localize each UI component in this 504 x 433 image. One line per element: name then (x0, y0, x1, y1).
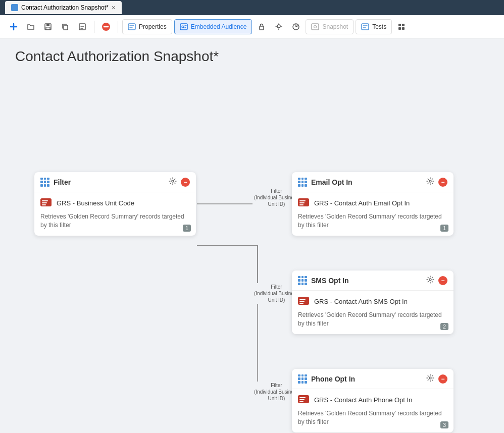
filter-card-header: Filter − (34, 172, 196, 192)
snapshot-label: Snapshot (322, 23, 348, 30)
filter-card: Filter − GRS - Business Unit Code Retrie… (34, 172, 196, 236)
save-button[interactable] (40, 19, 56, 34)
page: Contact Authorization Snapshot* (0, 38, 504, 433)
tab-close-button[interactable]: × (112, 4, 116, 11)
email-card-title: Email Opt In (311, 178, 422, 186)
grid-view-button[interactable] (394, 19, 409, 34)
sms-card-settings-icon[interactable] (426, 276, 434, 285)
sms-card-desc: Retrieves 'Golden Record Summary' record… (298, 311, 447, 328)
lock-button[interactable] (254, 19, 269, 34)
embedded-audience-label: Embedded Audience (191, 23, 247, 30)
sms-card-grid-icon (298, 276, 307, 285)
sms-card-record-name: GRS - Contact Auth SMS Opt In (314, 298, 408, 305)
filter-card-settings-icon[interactable] (169, 177, 177, 187)
phone-card-badge: 3 (440, 421, 448, 428)
tab[interactable]: Contact Authorization Snapshot* × (5, 1, 122, 14)
svg-rect-17 (398, 27, 401, 30)
svg-point-27 (429, 180, 431, 182)
email-card-header: Email Opt In − (292, 172, 453, 192)
filter-card-record-name: GRS - Business Unit Code (57, 199, 134, 207)
sms-card-body: GRS - Contact Auth SMS Opt In Retrieves … (292, 291, 453, 334)
open-button[interactable] (23, 19, 38, 34)
phone-card-remove-button[interactable]: − (438, 374, 447, 384)
email-card-record: GRS - Contact Auth Email Opt In (298, 198, 447, 207)
sms-card: SMS Opt In − GRS - Contact Auth SMS Opt … (292, 270, 453, 334)
toolbar: Properties Embedded Audience Snapshot Te… (0, 15, 504, 38)
email-card: Email Opt In − GRS - Contact Auth Email … (292, 172, 453, 236)
canvas: Filter(Individual BusinessUnit ID) Filte… (0, 74, 504, 433)
snapshot-button[interactable]: Snapshot (306, 19, 354, 34)
phone-card-record-name: GRS - Contact Auth Phone Opt In (314, 396, 412, 404)
save-as-button[interactable] (75, 19, 90, 34)
email-card-remove-button[interactable]: − (438, 178, 447, 187)
sms-record-icon (298, 297, 310, 306)
svg-point-22 (172, 180, 174, 182)
email-card-settings-icon[interactable] (426, 177, 434, 187)
title-bar: Contact Authorization Snapshot* × (0, 0, 504, 15)
email-card-grid-icon (298, 178, 307, 187)
svg-point-10 (277, 25, 280, 28)
chart-button[interactable] (288, 19, 304, 34)
svg-rect-15 (398, 24, 401, 26)
svg-rect-6 (128, 24, 135, 30)
filter-card-remove-button[interactable]: − (181, 178, 190, 187)
remove-button[interactable] (98, 19, 114, 34)
phone-card-record: GRS - Contact Auth Phone Opt In (298, 395, 447, 404)
svg-rect-3 (64, 25, 68, 30)
phone-card-title: Phone Opt In (311, 375, 422, 383)
svg-rect-12 (312, 24, 319, 30)
svg-point-8 (182, 26, 184, 28)
svg-point-13 (314, 25, 317, 28)
filter-card-badge: 1 (183, 225, 191, 232)
sms-card-title: SMS Opt In (311, 277, 422, 285)
tests-label: Tests (372, 23, 386, 30)
filter-card-grid-icon (40, 178, 49, 187)
email-card-body: GRS - Contact Auth Email Opt In Retrieve… (292, 192, 453, 236)
email-card-badge: 1 (440, 225, 448, 232)
separator-2 (118, 21, 118, 33)
filter-card-title: Filter (54, 178, 165, 186)
tab-icon (11, 4, 18, 11)
phone-card-desc: Retrieves 'Golden Record Summary' record… (298, 409, 447, 426)
tab-label: Contact Authorization Snapshot* (21, 4, 109, 11)
phone-card-grid-icon (298, 374, 307, 384)
phone-record-icon (298, 395, 310, 404)
phone-card-body: GRS - Contact Auth Phone Opt In Retrieve… (292, 389, 453, 432)
properties-label: Properties (139, 23, 167, 30)
separator-1 (94, 21, 94, 33)
properties-button[interactable]: Properties (122, 19, 172, 34)
embedded-audience-button[interactable]: Embedded Audience (174, 19, 253, 34)
tests-button[interactable]: Tests (356, 19, 392, 34)
phone-card: Phone Opt In − GRS - Contact Auth Phone … (292, 369, 453, 432)
copy-button[interactable] (58, 19, 73, 34)
svg-rect-14 (362, 24, 369, 30)
sms-card-record: GRS - Contact Auth SMS Opt In (298, 297, 447, 306)
email-record-icon (298, 198, 310, 207)
svg-point-32 (429, 279, 431, 281)
email-card-record-name: GRS - Contact Auth Email Opt In (314, 199, 410, 207)
svg-rect-9 (260, 26, 264, 30)
add-button[interactable] (6, 19, 21, 34)
location-button[interactable] (271, 19, 286, 34)
email-card-desc: Retrieves 'Golden Record Summary' record… (298, 212, 447, 230)
svg-rect-18 (402, 27, 405, 30)
sms-card-remove-button[interactable]: − (438, 276, 447, 285)
svg-rect-16 (402, 24, 405, 26)
phone-card-header: Phone Opt In − (292, 369, 453, 389)
filter-record-icon (40, 198, 53, 207)
filter-card-desc: Retrieves 'Golden Record Summary' record… (40, 212, 190, 230)
svg-point-37 (429, 377, 431, 379)
svg-rect-1 (46, 24, 49, 26)
page-title: Contact Authorization Snapshot* (0, 38, 504, 70)
sms-card-badge: 2 (440, 323, 448, 330)
filter-card-body: GRS - Business Unit Code Retrieves 'Gold… (34, 192, 196, 236)
phone-card-settings-icon[interactable] (426, 374, 434, 384)
filter-card-record: GRS - Business Unit Code (40, 198, 190, 207)
sms-card-header: SMS Opt In − (292, 270, 453, 291)
